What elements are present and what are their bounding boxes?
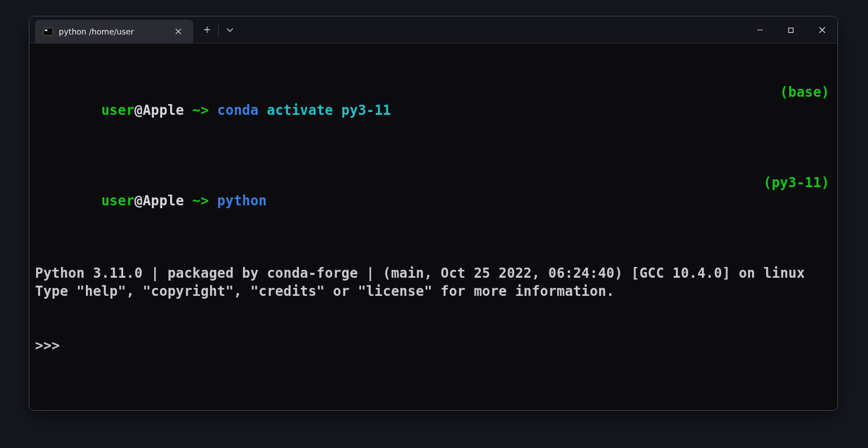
prompt-path: ~ [184, 102, 201, 118]
terminal-line: user@Apple ~> conda activate py3-11 (bas… [35, 83, 832, 137]
plus-icon [203, 26, 211, 33]
tab-actions-divider [218, 24, 219, 36]
window-close-button[interactable] [806, 16, 837, 44]
close-icon [819, 27, 826, 33]
new-tab-button[interactable] [197, 16, 217, 44]
close-icon [175, 28, 181, 35]
window-maximize-button[interactable] [775, 16, 806, 44]
prompt-sep: > [201, 102, 217, 118]
tab-title: python /home/user [59, 27, 134, 36]
tab-active[interactable]: python /home/user [35, 20, 193, 43]
terminal-line: user@Apple ~> python (py3-11) [35, 174, 832, 228]
python-banner: Python 3.11.0 | packaged by conda-forge … [35, 264, 832, 300]
chevron-down-icon [227, 28, 233, 32]
window-controls [744, 16, 837, 43]
conda-env-indicator: (base) [780, 83, 832, 101]
prompt-path: ~ [184, 193, 201, 209]
terminal-body[interactable]: user@Apple ~> conda activate py3-11 (bas… [29, 44, 837, 410]
conda-env-indicator: (py3-11) [763, 174, 832, 192]
command-python: python [217, 193, 267, 209]
prompt-host: Apple [142, 102, 184, 118]
tab-dropdown-button[interactable] [220, 16, 240, 44]
prompt-sep: > [201, 193, 217, 209]
tab-close-button[interactable] [171, 24, 185, 39]
prompt-at: @ [134, 193, 143, 209]
prompt-user: user [101, 193, 134, 209]
prompt-at: @ [134, 102, 143, 118]
minimize-icon [757, 27, 763, 33]
command-subcmd: activate [267, 102, 333, 118]
prompt-user: user [101, 102, 134, 118]
terminal-icon [43, 28, 53, 36]
command-conda: conda [217, 102, 258, 118]
svg-rect-0 [789, 28, 793, 32]
tabbar-actions [197, 16, 240, 43]
command-arg: py3-11 [341, 102, 391, 118]
prompt-host: Apple [142, 193, 184, 209]
terminal-window: python /home/user [29, 16, 838, 411]
python-repl-prompt: >>> [35, 337, 832, 355]
titlebar: python /home/user [29, 16, 837, 44]
window-minimize-button[interactable] [744, 16, 775, 44]
maximize-icon [788, 27, 794, 33]
